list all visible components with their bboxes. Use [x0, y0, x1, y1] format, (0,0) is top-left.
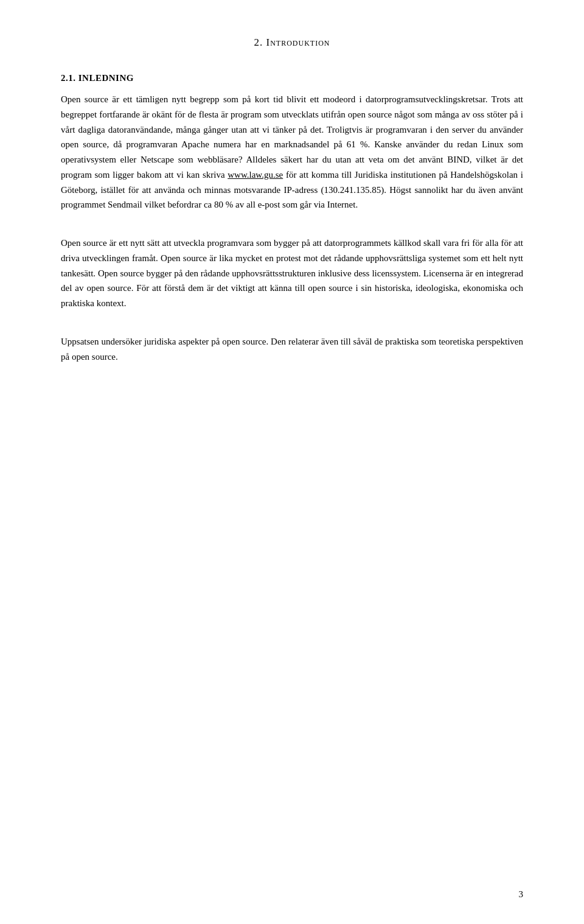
paragraph-1-text: Open source är ett tämligen nytt begrepp…	[61, 94, 487, 104]
paragraph-1: Open source är ett tämligen nytt begrepp…	[61, 92, 523, 212]
spacer-2	[61, 322, 523, 334]
section-heading: 2.1. Inledning	[61, 73, 523, 83]
chapter-heading-text: 2. Introduktion	[254, 37, 330, 48]
paragraph-8: Uppsatsen undersöker juridiska aspekter …	[61, 334, 523, 365]
page: 2. Introduktion 2.1. Inledning Open sour…	[0, 0, 584, 924]
page-number: 3	[519, 889, 524, 900]
paragraph-8-text: Uppsatsen undersöker juridiska aspekter …	[61, 337, 523, 362]
paragraph-5-link-text: www.law.gu.se	[228, 170, 283, 180]
law-gu-link[interactable]: www.law.gu.se	[228, 170, 283, 180]
paragraph-7: Open source är ett nytt sätt att utveckl…	[61, 236, 523, 311]
section-heading-text: 2.1. Inledning	[61, 73, 134, 83]
spacer-1	[61, 223, 523, 236]
paragraph-7-text: Open source är ett nytt sätt att utveckl…	[61, 238, 523, 308]
chapter-heading: 2. Introduktion	[61, 37, 523, 49]
page-number-text: 3	[519, 889, 524, 899]
